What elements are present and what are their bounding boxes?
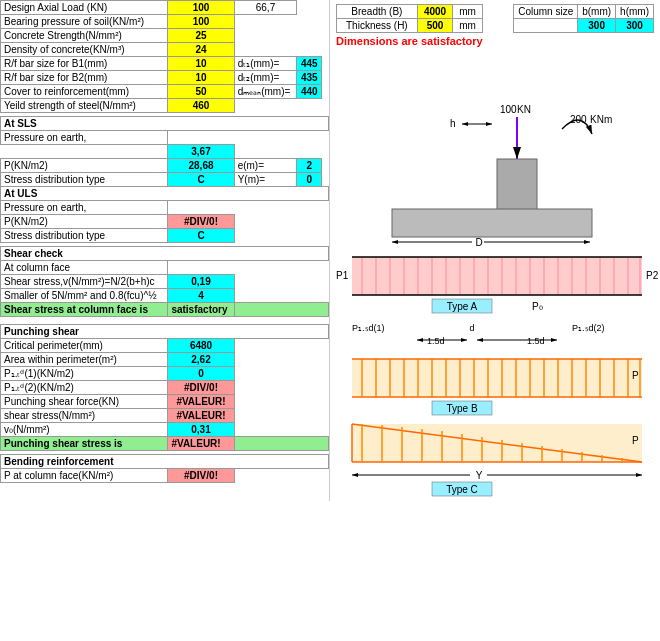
shear-stress-row: Shear stress,v(N/mm²)=N/2(b+h)c 0,19 bbox=[1, 275, 329, 289]
concrete-strength-value[interactable]: 25 bbox=[168, 29, 234, 43]
sls-p-extra: 3,67 bbox=[168, 145, 234, 159]
diagram-area: h 100 KN 200 KNm D bbox=[332, 49, 660, 249]
sls-pkn-value: 28,68 bbox=[168, 159, 234, 173]
type-a-p1: P1 bbox=[336, 270, 349, 281]
ds1-value: 445 bbox=[297, 57, 322, 71]
rfbar-b2-row: R/f bar size for B2(mm) 10 dₜ₂(mm)= 435 bbox=[1, 71, 329, 85]
h-arrow-label: h bbox=[450, 118, 456, 129]
shear-header-row: Shear check bbox=[1, 247, 329, 261]
sls-e-label: e(m)= bbox=[234, 159, 297, 173]
p-c-label: P bbox=[632, 435, 639, 446]
rfbar-b2-label: R/f bar size for B2(mm) bbox=[1, 71, 168, 85]
sls-stress-row: Stress distribution type C Y(m)= 0 bbox=[1, 173, 329, 187]
bearing-pressure-value[interactable]: 100 bbox=[168, 15, 234, 29]
sls-p-empty bbox=[1, 145, 168, 159]
sls-pressure-label: Pressure on earth, bbox=[1, 131, 168, 145]
stress-svg: P1 P2 bbox=[332, 249, 660, 499]
shear-stress-value: 0,19 bbox=[168, 275, 234, 289]
critical-perimeter-label: Critical perimeter(mm) bbox=[1, 339, 168, 353]
p-col-label: P at column face(KN/m²) bbox=[1, 469, 168, 483]
concrete-strength-row: Concrete Strength(N/mm²) 25 bbox=[1, 29, 329, 43]
type-a-p2: P2 bbox=[646, 270, 659, 281]
punching-shear-stress-label: shear stress(N/mm²) bbox=[1, 409, 168, 423]
punching-force-value: #VALEUR! bbox=[168, 395, 234, 409]
yield-row: Yeild strength of steel(N/mm²) 460 bbox=[1, 99, 329, 113]
uls-stress-row: Stress distribution type C bbox=[1, 229, 329, 243]
punching-result-row: Punching shear stress is #VALEUR! bbox=[1, 437, 329, 451]
sls-p-value-row: 3,67 bbox=[1, 145, 329, 159]
p-col-value: #DIV/0! bbox=[168, 469, 234, 483]
thickness-label: Thickness (H) bbox=[337, 19, 418, 33]
sls-pkn-row: P(KN/m2) 28,68 e(m)= 2 bbox=[1, 159, 329, 173]
y-label: Y bbox=[476, 470, 483, 481]
sls-e-value: 2 bbox=[297, 159, 322, 173]
cover-value[interactable]: 50 bbox=[168, 85, 234, 99]
shear-smaller-value: 4 bbox=[168, 289, 234, 303]
ds2-label: dₜ₂(mm)= bbox=[234, 71, 297, 85]
svg-rect-6 bbox=[352, 257, 642, 295]
p15d1-value: 0 bbox=[168, 367, 234, 381]
p-b-label: P bbox=[632, 370, 639, 381]
sls-y-label: Y(m)= bbox=[234, 173, 297, 187]
uls-pkn-row: P(KN/m2) #DIV/0! bbox=[1, 215, 329, 229]
punching-force-row: Punching shear force(KN) #VALEUR! bbox=[1, 395, 329, 409]
p15d1-label: P₁.ₜᵈ(1)(KN/m2) bbox=[1, 367, 168, 381]
d15d-right: 1.5d bbox=[527, 336, 545, 346]
uls-pressure-label: Pressure on earth, bbox=[1, 201, 168, 215]
rfbar-b1-value[interactable]: 10 bbox=[168, 57, 234, 71]
thickness-unit: mm bbox=[453, 19, 482, 33]
vc-value: 0,31 bbox=[168, 423, 234, 437]
punching-header-row: Punching shear bbox=[1, 325, 329, 339]
stress-diagrams: P1 P2 bbox=[332, 249, 660, 499]
thickness-value[interactable]: 500 bbox=[417, 19, 453, 33]
density-row: Density of concrete(KN/m³) 24 bbox=[1, 43, 329, 57]
rfbar-b2-value[interactable]: 10 bbox=[168, 71, 234, 85]
density-value[interactable]: 24 bbox=[168, 43, 234, 57]
cover-label: Cover to reinforcement(mm) bbox=[1, 85, 168, 99]
shear-face-label: At column face bbox=[1, 261, 168, 275]
yield-value[interactable]: 460 bbox=[168, 99, 234, 113]
shear-smaller-label: Smaller of 5N/mm² and 0.8(fcu)^½ bbox=[1, 289, 168, 303]
sls-stress-label: Stress distribution type bbox=[1, 173, 168, 187]
punching-force-label: Punching shear force(KN) bbox=[1, 395, 168, 409]
ds1-label: dₜ₁(mm)= bbox=[234, 57, 297, 71]
sls-header-row: At SLS bbox=[1, 117, 329, 131]
breadth-unit: mm bbox=[453, 5, 482, 19]
breadth-value[interactable]: 4000 bbox=[417, 5, 453, 19]
sls-y-value: 0 bbox=[297, 173, 322, 187]
shear-result-row: Shear stress at column face is satisfact… bbox=[1, 303, 329, 317]
dimensions-text: Dimensions are satisfactory bbox=[336, 35, 483, 47]
uls-header: At ULS bbox=[1, 187, 329, 201]
type-b-label: Type B bbox=[446, 403, 477, 414]
shear-face-row: At column face bbox=[1, 261, 329, 275]
yield-label: Yeild strength of steel(N/mm²) bbox=[1, 99, 168, 113]
p15d2-label: P₁.ₜᵈ(2)(KN/m2) bbox=[1, 381, 168, 395]
concrete-strength-label: Concrete Strength(N/mm²) bbox=[1, 29, 168, 43]
type-a-label: Type A bbox=[447, 301, 478, 312]
design-axial-row: Design Axial Load (KN) 100 66,7 bbox=[1, 1, 329, 15]
h-value: 300 bbox=[616, 19, 654, 33]
sls-header: At SLS bbox=[1, 117, 329, 131]
vc-label: v₀(N/mm²) bbox=[1, 423, 168, 437]
density-label: Density of concrete(KN/m³) bbox=[1, 43, 168, 57]
design-axial-value[interactable]: 100 bbox=[168, 1, 234, 15]
punching-result-value: #VALEUR! bbox=[168, 437, 234, 451]
punching-shear-stress-row: shear stress(N/mm²) #VALEUR! bbox=[1, 409, 329, 423]
pa-label: P₀ bbox=[532, 301, 543, 312]
sls-stress-value: C bbox=[168, 173, 234, 187]
area-perimeter-label: Area within perimeter(m²) bbox=[1, 353, 168, 367]
cover-row: Cover to reinforcement(mm) 50 dₘₑₐₙ(mm)=… bbox=[1, 85, 329, 99]
uls-pkn-value: #DIV/0! bbox=[168, 215, 234, 229]
force-unit: KN bbox=[517, 104, 531, 115]
shear-result-value: satisfactory bbox=[168, 303, 234, 317]
area-perimeter-value: 2,62 bbox=[168, 353, 234, 367]
bearing-pressure-row: Bearing pressure of soil(KN/m²) 100 bbox=[1, 15, 329, 29]
area-perimeter-row: Area within perimeter(m²) 2,62 bbox=[1, 353, 329, 367]
shear-result-label: Shear stress at column face is bbox=[1, 303, 168, 317]
design-axial-extra: 66,7 bbox=[234, 1, 297, 15]
p15d2-annot: P₁.₅d(2) bbox=[572, 323, 605, 333]
shear-stress-label: Shear stress,v(N/mm²)=N/2(b+h)c bbox=[1, 275, 168, 289]
h-header: h(mm) bbox=[616, 5, 654, 19]
punching-header: Punching shear bbox=[1, 325, 329, 339]
bearing-pressure-label: Bearing pressure of soil(KN/m²) bbox=[1, 15, 168, 29]
